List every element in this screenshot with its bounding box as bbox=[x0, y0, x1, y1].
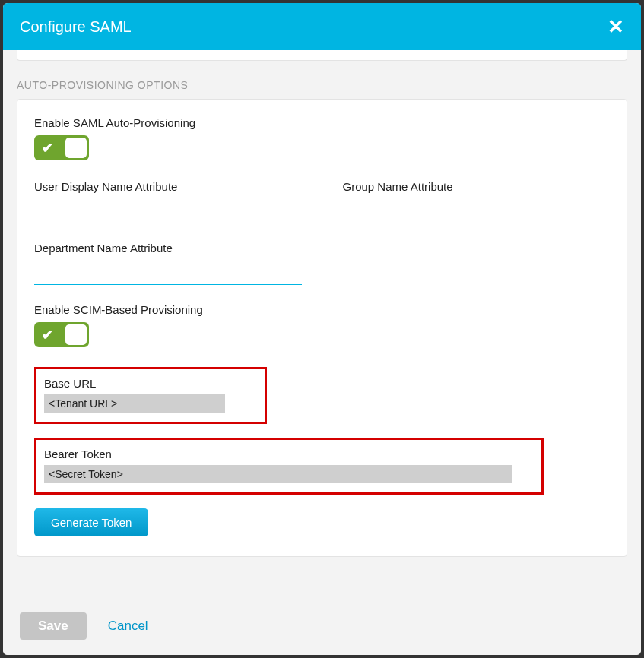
bearer-token-label: Bearer Token bbox=[44, 448, 534, 460]
department-name-input[interactable] bbox=[34, 261, 302, 285]
user-display-name-label: User Display Name Attribute bbox=[34, 180, 302, 193]
enable-saml-label: Enable SAML Auto-Provisioning bbox=[34, 116, 610, 129]
toggle-knob bbox=[65, 138, 87, 158]
base-url-highlight: Base URL bbox=[34, 367, 267, 424]
modal-body-wrap: AUTO-PROVISIONING OPTIONS Enable SAML Au… bbox=[3, 50, 641, 599]
group-name-input[interactable] bbox=[343, 199, 611, 223]
section-title: AUTO-PROVISIONING OPTIONS bbox=[17, 79, 627, 91]
base-url-input[interactable] bbox=[44, 394, 225, 413]
group-name-label: Group Name Attribute bbox=[343, 180, 611, 193]
check-icon: ✔ bbox=[42, 140, 53, 157]
previous-card-bottom bbox=[17, 50, 627, 61]
save-button[interactable]: Save bbox=[20, 612, 87, 640]
department-name-label: Department Name Attribute bbox=[34, 242, 302, 255]
modal-footer: Save Cancel bbox=[3, 599, 641, 655]
modal-title: Configure SAML bbox=[20, 18, 132, 36]
enable-scim-label: Enable SCIM-Based Provisioning bbox=[34, 303, 610, 316]
modal-header: Configure SAML ✕ bbox=[3, 3, 641, 50]
toggle-knob bbox=[65, 324, 87, 345]
check-icon: ✔ bbox=[42, 327, 53, 343]
modal-body[interactable]: AUTO-PROVISIONING OPTIONS Enable SAML Au… bbox=[3, 50, 641, 599]
enable-saml-toggle[interactable]: ✔ bbox=[34, 135, 89, 160]
enable-scim-toggle[interactable]: ✔ bbox=[34, 322, 89, 347]
bearer-token-input[interactable] bbox=[44, 465, 512, 483]
bearer-token-highlight: Bearer Token bbox=[34, 438, 544, 495]
cancel-button[interactable]: Cancel bbox=[108, 618, 148, 634]
configure-saml-modal: Configure SAML ✕ AUTO-PROVISIONING OPTIO… bbox=[3, 3, 641, 655]
base-url-label: Base URL bbox=[44, 377, 257, 390]
generate-token-button[interactable]: Generate Token bbox=[34, 508, 148, 536]
close-icon[interactable]: ✕ bbox=[608, 17, 624, 36]
auto-provisioning-card: Enable SAML Auto-Provisioning ✔ User Dis… bbox=[17, 99, 627, 557]
user-display-name-input[interactable] bbox=[34, 199, 302, 223]
